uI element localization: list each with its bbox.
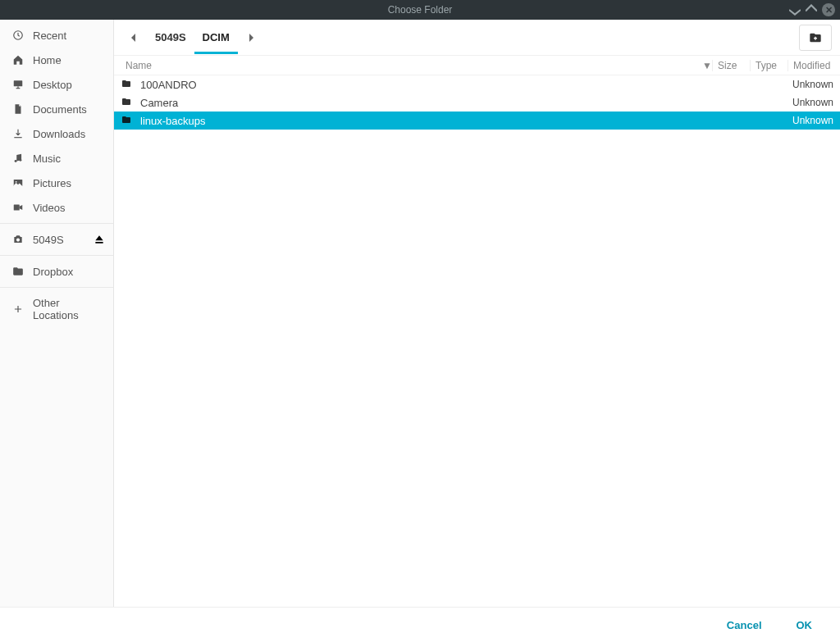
file-modified: Unknown <box>788 115 840 126</box>
sidebar-separator <box>0 223 113 224</box>
sort-indicator-icon[interactable]: ▼ <box>702 60 712 71</box>
path-back-button[interactable] <box>122 26 145 49</box>
sidebar-item-home[interactable]: Home <box>0 48 113 72</box>
file-modified: Unknown <box>788 79 840 90</box>
sidebar-item-pictures[interactable]: Pictures <box>0 171 113 195</box>
file-modified: Unknown <box>788 97 840 108</box>
sidebar-item-label: Desktop <box>33 79 105 91</box>
sidebar-item-dropbox[interactable]: Dropbox <box>0 259 113 284</box>
maximize-button[interactable] <box>806 4 817 16</box>
eject-icon[interactable] <box>94 234 105 245</box>
ok-button[interactable]: OK <box>790 614 819 636</box>
sidebar-item-other-locations[interactable]: Other Locations <box>0 291 113 327</box>
path-segment-5049s[interactable]: 5049S <box>147 26 194 54</box>
column-type[interactable]: Type <box>750 60 788 71</box>
file-name: 100ANDRO <box>140 79 712 91</box>
sidebar-item-label: Home <box>33 54 105 66</box>
sidebar-item-videos[interactable]: Videos <box>0 195 113 220</box>
home-icon <box>11 53 25 66</box>
file-row[interactable]: linux-backupsUnknown <box>114 112 840 130</box>
sidebar-item-label: Documents <box>33 103 105 116</box>
desktop-icon <box>11 78 25 91</box>
doc-icon <box>11 102 25 116</box>
sidebar-item-downloads[interactable]: Downloads <box>0 121 113 146</box>
window-title: Choose Folder <box>388 4 453 16</box>
sidebar-item-label: Music <box>33 153 105 165</box>
sidebar-separator <box>0 255 113 256</box>
sidebar: RecentHomeDesktopDocumentsDownloadsMusic… <box>0 20 114 607</box>
titlebar: Choose Folder ✕ <box>0 0 840 20</box>
sidebar-item-label: Downloads <box>33 128 105 140</box>
sidebar-item-label: 5049S <box>33 234 85 246</box>
folder-icon <box>121 115 134 126</box>
path-forward-button[interactable] <box>240 26 262 49</box>
path-bar: 5049SDCIM <box>114 20 840 56</box>
sidebar-item-label: Other Locations <box>33 297 105 321</box>
sidebar-item-recent[interactable]: Recent <box>0 23 113 48</box>
sidebar-item-label: Recent <box>33 30 105 42</box>
file-row[interactable]: 100ANDROUnknown <box>114 75 840 93</box>
clock-icon <box>11 29 25 42</box>
column-headers: Name ▼ Size Type Modified <box>114 56 840 75</box>
svg-rect-1 <box>14 80 23 86</box>
folder-icon <box>121 79 134 90</box>
file-name: Camera <box>140 97 712 109</box>
file-list: 100ANDROUnknownCameraUnknownlinux-backup… <box>114 75 840 607</box>
svg-point-3 <box>19 159 21 162</box>
column-name[interactable]: Name <box>121 60 699 71</box>
close-button[interactable]: ✕ <box>822 3 835 16</box>
video-icon <box>11 201 25 214</box>
column-size[interactable]: Size <box>712 60 750 71</box>
svg-point-7 <box>16 239 20 242</box>
sidebar-item-label: Dropbox <box>33 266 105 278</box>
sidebar-item-5049s[interactable]: 5049S <box>0 227 113 252</box>
folder-icon <box>121 97 134 108</box>
titlebar-controls: ✕ <box>789 3 835 16</box>
column-name-label: Name <box>126 60 152 71</box>
dialog-footer: Cancel OK <box>0 607 840 642</box>
svg-point-5 <box>16 181 17 183</box>
plus-icon <box>11 303 25 316</box>
download-icon <box>11 127 25 140</box>
sidebar-item-label: Videos <box>33 202 105 214</box>
file-row[interactable]: CameraUnknown <box>114 93 840 112</box>
cancel-button[interactable]: Cancel <box>720 614 769 636</box>
sidebar-item-desktop[interactable]: Desktop <box>0 72 113 97</box>
sidebar-item-music[interactable]: Music <box>0 146 113 171</box>
new-folder-button[interactable] <box>799 25 832 51</box>
path-segment-dcim[interactable]: DCIM <box>194 26 238 54</box>
minimize-button[interactable] <box>789 4 801 16</box>
sidebar-separator <box>0 287 113 288</box>
picture-icon <box>11 176 25 189</box>
file-name: linux-backups <box>140 115 712 127</box>
svg-point-2 <box>15 160 17 162</box>
music-icon <box>11 152 25 165</box>
sidebar-item-documents[interactable]: Documents <box>0 97 113 121</box>
sidebar-item-label: Pictures <box>33 177 105 189</box>
folder-icon <box>11 265 25 278</box>
svg-rect-6 <box>14 205 20 211</box>
camera-icon <box>11 233 25 246</box>
main-panel: 5049SDCIM Name ▼ Size Type Modified 100A… <box>114 20 840 607</box>
column-modified[interactable]: Modified <box>788 60 840 71</box>
